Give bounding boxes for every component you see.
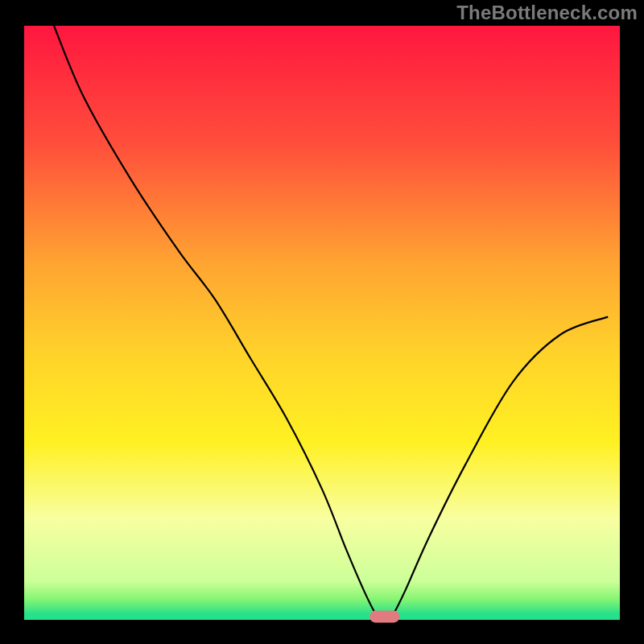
- bottleneck-chart: [0, 0, 644, 644]
- chart-frame: TheBottleneck.com: [0, 0, 644, 644]
- plot-background: [24, 26, 620, 620]
- optimal-marker: [369, 611, 399, 623]
